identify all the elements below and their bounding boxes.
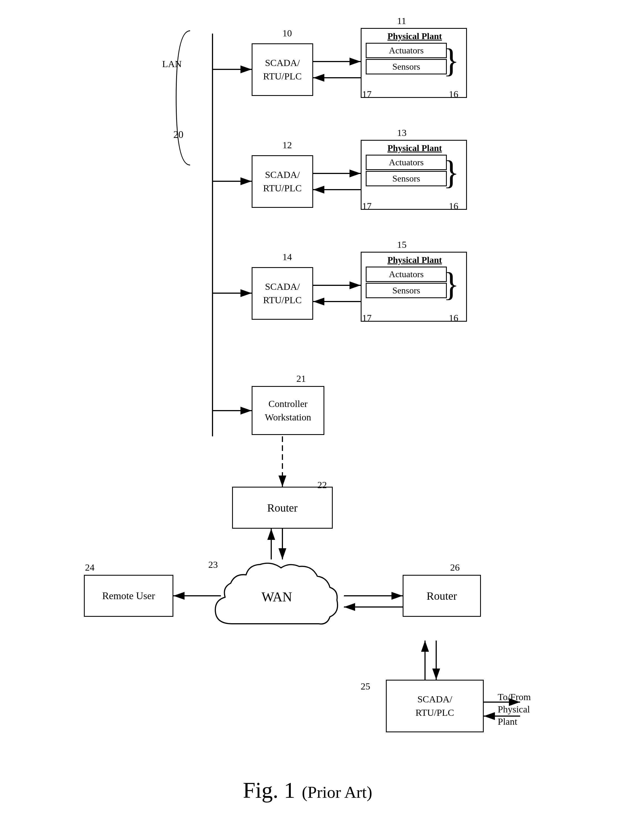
controller-workstation-box: ControllerWorkstation: [252, 386, 325, 435]
router1-box: Router: [232, 487, 333, 529]
ref-24: 24: [85, 562, 95, 573]
ref-12: 12: [282, 140, 292, 150]
ref-16-2: 16: [449, 201, 458, 212]
scada1-box: SCADA/RTU/PLC: [252, 43, 313, 96]
ref-20: 20: [173, 129, 183, 141]
wan-cloud: WAN: [210, 557, 344, 647]
ref-25: 25: [361, 681, 370, 692]
svg-text:WAN: WAN: [262, 589, 292, 604]
pp1-sensors: Sensors: [366, 59, 447, 74]
pp1-actuators: Actuators: [366, 43, 447, 58]
ref-14: 14: [282, 252, 292, 262]
scada4-box: SCADA/RTU/PLC: [386, 680, 484, 732]
ref-11: 11: [397, 16, 406, 26]
pp1-brace: }: [443, 41, 459, 80]
ref-17-2: 17: [362, 201, 372, 212]
ref-17-1: 17: [362, 89, 372, 99]
pp2-brace: }: [443, 153, 459, 192]
ref-13: 13: [397, 128, 407, 138]
router2-box: Router: [403, 575, 481, 617]
pp3-sensors: Sensors: [366, 283, 447, 298]
ref-22: 22: [317, 480, 327, 490]
ref-15: 15: [397, 240, 407, 250]
remote-user-box: Remote User: [84, 575, 173, 617]
pp2-actuators: Actuators: [366, 155, 447, 170]
ref-26: 26: [450, 562, 460, 573]
figure-caption: Fig. 1 (Prior Art): [168, 778, 447, 803]
to-from-label: To/FromPhysicalPlant: [498, 691, 531, 728]
prior-art-label: (Prior Art): [302, 783, 372, 801]
ref-21: 21: [296, 373, 306, 384]
pp2-label: Physical Plant: [367, 143, 462, 153]
scada3-box: SCADA/RTU/PLC: [252, 267, 313, 320]
pp3-actuators: Actuators: [366, 267, 447, 282]
lan-label: LAN: [162, 59, 182, 69]
pp3-label: Physical Plant: [367, 255, 462, 265]
pp2-sensors: Sensors: [366, 171, 447, 186]
fig-label: Fig. 1: [243, 778, 295, 802]
scada2-box: SCADA/RTU/PLC: [252, 155, 313, 208]
ref-16-3: 16: [449, 313, 458, 324]
ref-10: 10: [282, 28, 292, 39]
pp1-label: Physical Plant: [367, 31, 462, 41]
ref-16-1: 16: [449, 89, 458, 99]
ref-17-3: 17: [362, 313, 372, 324]
pp3-brace: }: [443, 265, 459, 304]
ref-23: 23: [208, 559, 218, 570]
